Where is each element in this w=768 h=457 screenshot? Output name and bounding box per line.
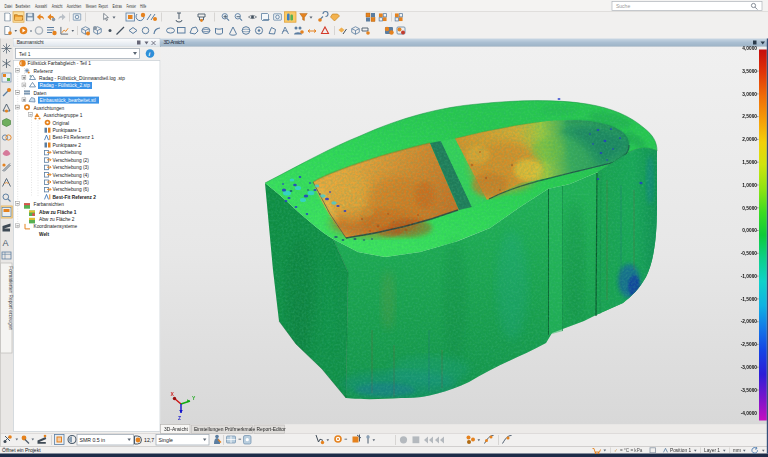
svg-text:3D-Ansicht: 3D-Ansicht: [164, 427, 189, 432]
svg-text:-4,0000: -4,0000: [741, 411, 758, 416]
svg-text:2,5000: 2,5000: [742, 114, 757, 119]
svg-text:Einstellungen Prüfmerkmale: Einstellungen Prüfmerkmale: [194, 427, 255, 432]
svg-text:Messen: Messen: [86, 4, 97, 9]
svg-text:Verschiebung (6): Verschiebung (6): [53, 187, 90, 192]
svg-text:3D-Ansicht: 3D-Ansicht: [164, 39, 186, 45]
svg-text:Suche: Suche: [616, 3, 630, 9]
svg-text:4,0000: 4,0000: [742, 46, 757, 51]
svg-text:1,5000: 1,5000: [742, 160, 757, 165]
svg-text:A: A: [3, 238, 9, 248]
svg-text:Verschiebung: Verschiebung: [53, 150, 82, 155]
svg-text:Radag - Füllstück_Dünnwandteil: Radag - Füllstück_Dünnwandteil.log .stp: [39, 76, 125, 81]
svg-text:0,0000: 0,0000: [742, 228, 757, 233]
svg-text:i: i: [149, 50, 151, 57]
svg-text:Teil 1: Teil 1: [19, 52, 31, 57]
svg-text:Abw zu Fläche 2: Abw zu Fläche 2: [39, 217, 75, 222]
svg-text:Öffnet ein Projekt: Öffnet ein Projekt: [2, 447, 41, 453]
svg-text:Best-Fit Referenz 1: Best-Fit Referenz 1: [53, 135, 95, 140]
svg-text:Baumansicht: Baumansicht: [17, 39, 45, 45]
svg-text:✓: ✓: [614, 448, 618, 453]
svg-text:Fenster: Fenster: [127, 4, 137, 9]
svg-text:= °C = kPa: = °C = kPa: [620, 448, 643, 453]
svg-text:Verschiebung (5): Verschiebung (5): [53, 180, 90, 185]
svg-text:Daten: Daten: [34, 91, 47, 96]
svg-text:Ausrichtegruppe 1: Ausrichtegruppe 1: [44, 113, 83, 118]
svg-text:0,5000: 0,5000: [742, 206, 757, 211]
svg-text:Abw zu Fläche 1: Abw zu Fläche 1: [39, 210, 77, 215]
svg-text:Position 1: Position 1: [670, 448, 691, 453]
svg-text:Ansicht: Ansicht: [52, 4, 63, 9]
svg-text:Formatierten Report erzeugen: Formatierten Report erzeugen: [8, 266, 13, 331]
svg-text:Ausrichtungen: Ausrichtungen: [34, 106, 65, 111]
svg-text:Verschiebung (3): Verschiebung (3): [53, 165, 90, 170]
svg-text:Ausrichten: Ausrichten: [67, 4, 82, 9]
svg-text:Report-Editor: Report-Editor: [257, 427, 286, 432]
svg-text:Extras: Extras: [113, 4, 123, 9]
svg-text:Auswahl: Auswahl: [35, 4, 47, 9]
svg-text:Verschiebung (2): Verschiebung (2): [53, 158, 90, 163]
svg-text:SMR 0.5 in: SMR 0.5 in: [80, 437, 106, 443]
svg-text:Farbansichten: Farbansichten: [34, 202, 65, 207]
svg-text:12,7: 12,7: [144, 437, 154, 443]
svg-text:Best-Fit Referenz 2: Best-Fit Referenz 2: [53, 195, 97, 200]
svg-text:Füllstück Farbabgleich - Teil: Füllstück Farbabgleich - Teil 1: [28, 61, 92, 66]
svg-text:2,0000: 2,0000: [742, 137, 757, 142]
svg-text:Hilfe: Hilfe: [140, 4, 147, 9]
svg-text:3,5000: 3,5000: [742, 69, 757, 74]
svg-text:Datei: Datei: [5, 4, 13, 9]
svg-text:Einbaustück_bearbeitet.stl: Einbaustück_bearbeitet.stl: [40, 98, 96, 103]
svg-text:Referenz: Referenz: [34, 69, 54, 74]
svg-text:Bearbeiten: Bearbeiten: [16, 4, 31, 9]
svg-text:Original: Original: [53, 121, 70, 126]
svg-text:3,0000: 3,0000: [742, 92, 757, 97]
svg-text:Single: Single: [159, 437, 174, 443]
svg-text:Verschiebung (4): Verschiebung (4): [53, 173, 90, 178]
svg-text:mm: mm: [733, 448, 741, 453]
svg-text:Report: Report: [98, 4, 108, 9]
svg-text:Layer 1: Layer 1: [704, 448, 720, 453]
svg-text:Punktpaare 2: Punktpaare 2: [53, 143, 82, 148]
svg-text:1,0000: 1,0000: [742, 183, 757, 188]
svg-text:Z: Z: [178, 415, 181, 421]
svg-text:Punktpaare 1: Punktpaare 1: [53, 128, 82, 133]
svg-text:Radag - Füllstück_2.stp: Radag - Füllstück_2.stp: [40, 83, 91, 88]
svg-text:Koordinatensysteme: Koordinatensysteme: [34, 224, 78, 229]
svg-text:Welt: Welt: [39, 232, 49, 237]
